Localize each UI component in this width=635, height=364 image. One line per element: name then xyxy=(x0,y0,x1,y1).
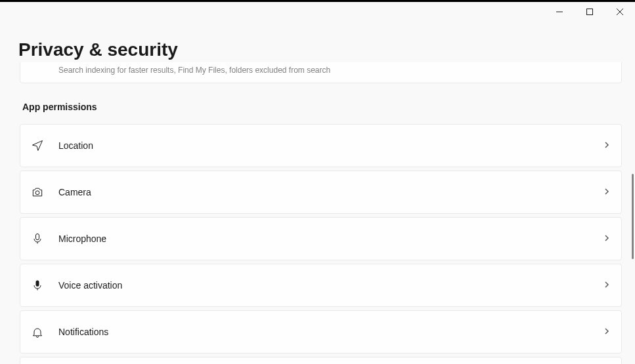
permission-label: Microphone xyxy=(58,233,603,244)
location-icon xyxy=(31,139,58,152)
voice-activation-icon xyxy=(31,279,58,292)
notifications-icon xyxy=(31,325,58,338)
permission-row-camera[interactable]: Camera xyxy=(20,171,622,214)
searching-windows-row[interactable]: Search indexing for faster results, Find… xyxy=(20,62,622,83)
minimize-button[interactable] xyxy=(544,2,575,22)
chevron-right-icon xyxy=(603,326,611,338)
minimize-icon xyxy=(556,9,563,15)
permission-label: Location xyxy=(58,140,603,151)
svg-rect-7 xyxy=(36,281,39,287)
svg-point-4 xyxy=(35,191,39,195)
content-area: Search indexing for faster results, Find… xyxy=(20,62,622,364)
titlebar xyxy=(0,0,635,21)
permission-label: Camera xyxy=(58,187,603,197)
microphone-icon xyxy=(31,232,58,245)
searching-windows-subtitle: Search indexing for faster results, Find… xyxy=(58,66,611,75)
svg-rect-1 xyxy=(587,9,593,15)
permission-row-location[interactable]: Location xyxy=(20,124,622,167)
scrollbar-thumb[interactable] xyxy=(632,174,634,259)
chevron-right-icon xyxy=(603,186,611,198)
chevron-right-icon xyxy=(603,140,611,152)
page-title: Privacy & security xyxy=(0,21,635,60)
maximize-icon xyxy=(586,9,593,15)
permission-label: Voice activation xyxy=(58,280,603,291)
chevron-right-icon xyxy=(603,233,611,245)
section-heading-app-permissions: App permissions xyxy=(20,102,622,112)
close-icon xyxy=(617,9,623,15)
chevron-right-icon xyxy=(603,279,611,291)
camera-icon xyxy=(31,186,58,199)
permission-label: Notifications xyxy=(58,327,603,337)
scrollbar[interactable] xyxy=(632,62,634,351)
permission-row-microphone[interactable]: Microphone xyxy=(20,217,622,260)
svg-rect-5 xyxy=(36,234,39,240)
close-button[interactable] xyxy=(605,2,635,22)
permission-row-voice-activation[interactable]: Voice activation xyxy=(20,264,622,307)
permission-row-cutoff[interactable] xyxy=(20,357,622,364)
permission-row-notifications[interactable]: Notifications xyxy=(20,310,622,354)
maximize-button[interactable] xyxy=(575,2,605,22)
